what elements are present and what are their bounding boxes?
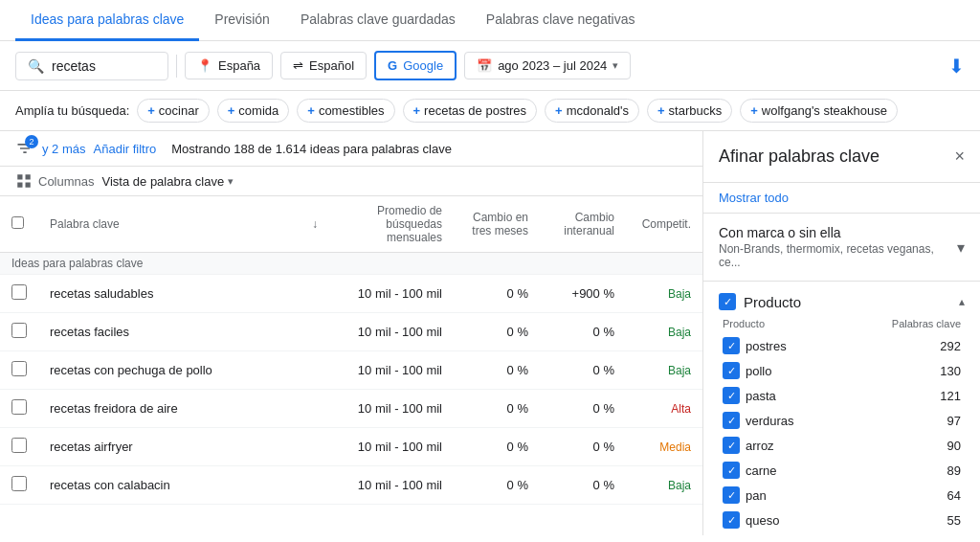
search-icon: 🔍 [28,58,44,74]
tab-ideas[interactable]: Ideas para palabras clave [15,0,199,41]
tab-negativas[interactable]: Palabras clave negativas [471,0,651,41]
annual-cell: 0 % [540,351,626,390]
row-checkbox-cell [0,466,38,505]
columns-button[interactable]: Columnas [15,172,95,190]
plus-icon: + [413,103,421,118]
network-button[interactable]: G Google [374,51,457,80]
search-box[interactable]: 🔍 [15,52,168,80]
sugg-chip-comida[interactable]: + comida [217,99,290,123]
product-item-checkbox[interactable] [723,462,740,479]
product-item-checkbox[interactable] [723,337,740,354]
product-item-checkbox[interactable] [723,412,740,429]
product-item-count: 55 [932,513,961,528]
three-cell: 0 % [454,390,540,428]
product-item-checkbox[interactable] [723,486,740,504]
sugg-chip-cocinar[interactable]: + cocinar [137,99,210,123]
sort-cell [301,351,329,390]
product-item: pollo 130 [719,358,965,383]
kw-cell: recetas saludables [38,275,301,313]
row-checkbox[interactable] [11,476,27,491]
sugg-chip-comestibles[interactable]: + comestibles [297,99,394,123]
table-container: Palabra clave ↓ Promedio de búsquedas me… [0,196,702,535]
more-filters-link[interactable]: y 2 más [42,142,86,156]
sugg-chip-postres[interactable]: + recetas de postres [403,99,538,123]
select-all-checkbox[interactable] [11,216,24,229]
comp-cell: Baja [626,466,702,505]
annual-cell: 0 % [540,390,626,428]
three-cell: 0 % [454,428,540,466]
tab-guardadas[interactable]: Palabras clave guardadas [285,0,471,41]
sugg-chip-mcdonalds[interactable]: + mcdonald's [545,99,639,123]
close-right-panel-button[interactable]: × [954,147,965,167]
show-all-link[interactable]: Mostrar todo [703,183,980,214]
toolbar: 🔍 📍 España ⇌ Español G Google 📅 ago 2023… [0,41,980,91]
row-checkbox-cell [0,313,38,351]
right-panel-title: Afinar palabras clave [719,147,880,167]
chevron-up-icon[interactable]: ▴ [959,295,965,308]
product-item-name: pasta [746,389,926,403]
view-label: Vista de palabra clave [102,174,225,189]
product-item-name: queso [746,513,926,528]
row-checkbox-cell [0,275,38,313]
row-checkbox[interactable] [11,399,27,415]
sugg-chip-label: comida [238,103,278,118]
comp-cell: Baja [626,313,702,351]
location-label: España [218,58,260,73]
plus-icon: + [657,103,665,118]
row-checkbox[interactable] [11,284,27,300]
toolbar-divider [176,55,177,78]
brand-section-header[interactable]: Con marca o sin ella Non-Brands, thermom… [719,225,965,269]
product-item-checkbox[interactable] [723,362,740,379]
avg-cell: 10 mil - 100 mil [329,351,454,390]
sugg-chip-label: comestibles [319,103,385,118]
download-button[interactable]: ⬇ [948,55,965,78]
sugg-chip-starbucks[interactable]: + starbucks [647,99,732,123]
product-item: arroz 90 [719,433,965,458]
plus-icon: + [750,103,758,118]
network-label: Google [403,58,443,73]
comp-cell: Baja [626,351,702,390]
product-item-checkbox[interactable] [723,437,740,454]
add-filter-button[interactable]: Añadir filtro [94,142,157,156]
location-button[interactable]: 📍 España [185,52,273,79]
row-checkbox[interactable] [11,323,27,338]
table-row: recetas saludables 10 mil - 100 mil 0 % … [0,275,702,313]
chevron-down-icon: ▾ [612,59,618,72]
calendar-icon: 📅 [477,58,492,73]
date-range-button[interactable]: 📅 ago 2023 – jul 2024 ▾ [464,52,631,79]
th-keyword: Palabra clave [38,196,301,253]
right-panel-header: Afinar palabras clave × [703,131,980,183]
row-checkbox-cell [0,428,38,466]
th-sort[interactable]: ↓ [301,196,329,253]
annual-cell: 0 % [540,466,626,505]
row-checkbox[interactable] [11,438,27,453]
avg-cell: 10 mil - 100 mil [329,390,454,428]
chevron-down-icon: ▾ [228,175,234,188]
th-comp: Competit. [626,196,702,253]
view-select[interactable]: Vista de palabra clave ▾ [102,174,234,189]
product-item: pasta 121 [719,383,965,408]
product-checkbox[interactable] [719,293,736,310]
product-item-checkbox[interactable] [723,387,740,404]
search-input[interactable] [52,58,147,74]
sugg-chip-wolfgang[interactable]: + wolfgang's steakhouse [740,99,898,123]
row-checkbox[interactable] [11,361,27,376]
product-item-checkbox[interactable] [723,511,740,529]
product-item-name: carne [746,463,926,478]
table-row: recetas airfryer 10 mil - 100 mil 0 % 0 … [0,428,702,466]
sort-cell [301,275,329,313]
product-item-name: arroz [746,439,926,453]
product-item-count: 64 [932,488,961,503]
th-three: Cambio en tres meses [454,196,540,253]
translate-icon: ⇌ [293,58,303,73]
product-item-count: 292 [932,339,961,353]
language-button[interactable]: ⇌ Español [280,52,367,79]
avg-cell: 10 mil - 100 mil [329,275,454,313]
product-item-count: 121 [932,389,961,403]
comp-cell: Media [626,428,702,466]
table-row: recetas con pechuga de pollo 10 mil - 10… [0,351,702,390]
avg-cell: 10 mil - 100 mil [329,466,454,505]
section-header-cell: Ideas para palabras clave [0,253,702,275]
product-item-name: pan [746,488,926,503]
tab-prevision[interactable]: Previsión [199,0,285,41]
